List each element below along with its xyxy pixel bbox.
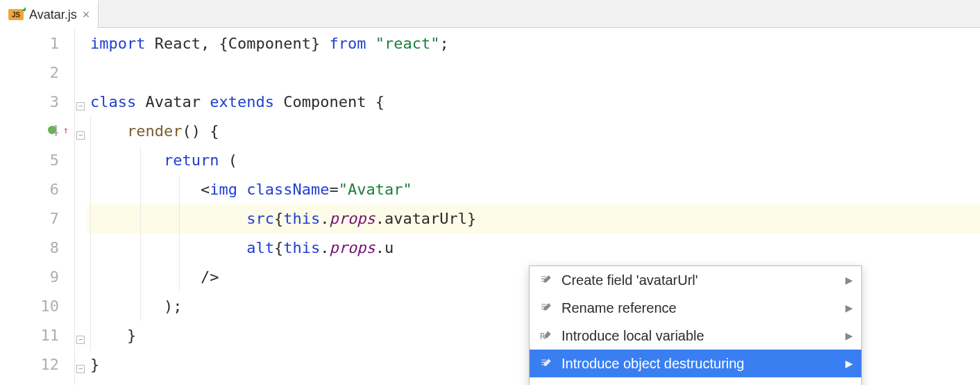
line-number: 6: [0, 174, 59, 203]
code-line[interactable]: import React, {Component} from "react";: [87, 29, 980, 58]
code-line[interactable]: render() {: [87, 117, 980, 146]
fold-toggle-icon[interactable]: −: [76, 336, 85, 344]
menu-item-label: Rename reference: [561, 293, 852, 322]
intention-actions-menu: Create field 'avatarUrl' ▶ Rename refere…: [529, 265, 862, 385]
code-editor[interactable]: 1 2 3 4 ↑ 5 6 7 8 9 10 11 12 − − − − imp…: [0, 28, 980, 385]
chevron-right-icon: ▶: [845, 377, 853, 385]
code-line[interactable]: [87, 58, 980, 88]
line-number: 8: [0, 232, 59, 261]
menu-item-label: Create field 'avatarUrl': [561, 265, 852, 295]
menu-item-rename-reference[interactable]: Rename reference ▶: [530, 294, 861, 322]
tab-bar: JS Avatar.js ×: [0, 0, 980, 28]
line-number: 5: [0, 145, 59, 174]
fold-toggle-icon[interactable]: −: [76, 131, 85, 140]
chevron-right-icon: ▶: [845, 321, 853, 350]
menu-item-label: Introduce object destructuring: [561, 349, 852, 378]
fold-toggle-icon[interactable]: −: [76, 365, 85, 373]
pencil-icon: [539, 357, 553, 370]
line-number: 4 ↑: [0, 115, 59, 145]
code-line[interactable]: return (: [87, 146, 980, 175]
line-number: 2: [0, 57, 59, 86]
menu-item-introduce-object-destructuring[interactable]: Introduce object destructuring ▶: [530, 350, 861, 377]
menu-item-label: Replace with indexer access: [561, 377, 852, 385]
code-line[interactable]: alt{this.props.u: [87, 234, 980, 263]
line-number: 12: [0, 349, 59, 378]
line-number: 3: [0, 86, 59, 115]
override-gutter-icon[interactable]: [48, 126, 56, 134]
pencil-icon: [539, 302, 553, 314]
fold-toggle-icon[interactable]: −: [76, 102, 85, 110]
line-number: 10: [0, 290, 59, 320]
editor-tab[interactable]: JS Avatar.js ×: [0, 0, 99, 27]
code-area[interactable]: import React, {Component} from "react"; …: [87, 28, 980, 385]
menu-item-label: Introduce local variable: [561, 321, 852, 350]
code-line[interactable]: class Avatar extends Component {: [87, 88, 980, 117]
code-line[interactable]: src{this.props.avatarUrl}: [87, 204, 980, 234]
pencil-icon: [539, 274, 553, 286]
line-number: 11: [0, 320, 59, 349]
arrow-up-icon: ↑: [63, 115, 69, 145]
js-file-icon: JS: [8, 9, 24, 20]
line-number-gutter: 1 2 3 4 ↑ 5 6 7 8 9 10 11 12: [0, 28, 75, 385]
code-line[interactable]: <img className="Avatar": [87, 175, 980, 204]
menu-item-replace-with-indexer-access[interactable]: Replace with indexer access ▶: [530, 377, 861, 385]
chevron-right-icon: ▶: [845, 349, 853, 378]
tab-filename: Avatar.js: [29, 8, 77, 22]
chevron-right-icon: ▶: [845, 265, 853, 295]
menu-item-introduce-local-variable[interactable]: R Introduce local variable ▶: [530, 322, 861, 350]
chevron-right-icon: ▶: [845, 293, 853, 322]
fold-column: − − − −: [75, 28, 87, 385]
line-number: 7: [0, 203, 59, 232]
line-number: 9: [0, 261, 59, 290]
line-number: 1: [0, 28, 59, 57]
menu-item-create-field[interactable]: Create field 'avatarUrl' ▶: [530, 266, 861, 294]
close-tab-icon[interactable]: ×: [83, 8, 90, 22]
refactor-icon: R: [539, 329, 553, 342]
